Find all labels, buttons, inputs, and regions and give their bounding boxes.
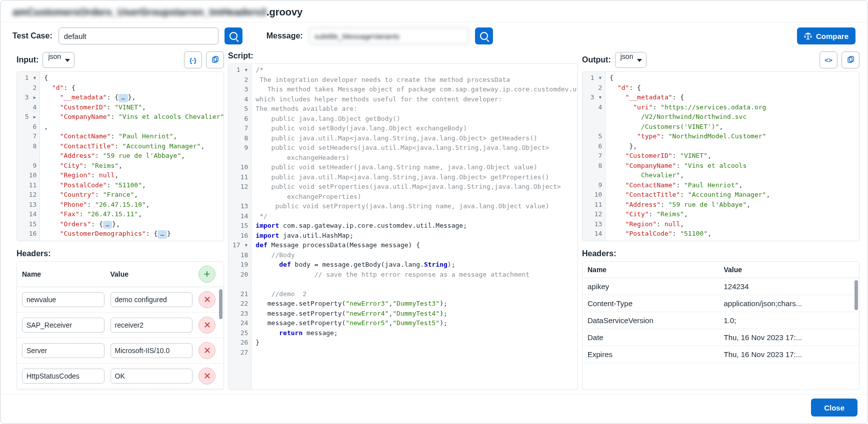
message-input[interactable] — [309, 27, 469, 44]
header-value-input[interactable] — [110, 369, 193, 384]
add-header-button[interactable]: + — [198, 266, 216, 283]
toolbar: Test Case: Message: Compare — [0, 22, 868, 49]
copy-icon — [846, 56, 854, 64]
header-value: application/json;chars... — [724, 299, 854, 308]
output-copy-button[interactable] — [842, 51, 860, 68]
header-name: Expires — [588, 350, 718, 359]
scrollbar[interactable] — [219, 289, 222, 319]
search-icon — [230, 32, 238, 40]
output-format-select[interactable]: json — [615, 52, 647, 68]
message-label: Message: — [266, 31, 303, 40]
output-label: Output: — [582, 55, 611, 64]
header-value: Thu, 16 Nov 2023 17:... — [724, 350, 854, 359]
expand-icon: <> — [824, 56, 832, 64]
output-code[interactable]: { "d": { "__metadata": { "uri": "https:/… — [606, 72, 859, 241]
table-row: ExpiresThu, 16 Nov 2023 17:... — [582, 346, 859, 363]
compare-button[interactable]: Compare — [797, 27, 856, 44]
output-column: Output: json <> 1 ▾ 2 3 ▾ 4 5 6 7 8 9 10… — [582, 49, 860, 390]
table-row: Content-Typeapplication/json;chars... — [582, 295, 859, 312]
delete-header-button[interactable]: ✕ — [198, 291, 216, 308]
columns: Input: json {·} 1 ▾ 2 3 ▸ 4 5 ▸ 6 7 8 9 … — [0, 49, 868, 394]
dialog-title: amCustomersOrders_UserGroupstarren_tmHea… — [0, 0, 868, 22]
title-suffix: .groovy — [266, 6, 302, 17]
input-editor[interactable]: 1 ▾ 2 3 ▸ 4 5 ▸ 6 7 8 9 10 11 12 13 14 1… — [16, 71, 224, 241]
output-expand-button[interactable]: <> — [820, 51, 838, 68]
output-headers-head: Name Value — [582, 262, 859, 278]
input-copy-button[interactable] — [206, 51, 224, 68]
output-header: Output: json <> — [582, 49, 860, 71]
output-headers-label: Headers: — [582, 246, 860, 261]
input-label: Input: — [16, 55, 38, 64]
dialog-footer: Close — [0, 394, 868, 424]
output-headers-name-col: Name — [588, 266, 718, 274]
script-code[interactable]: /* The integration developer needs to cr… — [252, 64, 578, 390]
input-headers-table: Name Value + ✕✕✕✕✕ — [16, 261, 224, 390]
header-value: 1.0; — [724, 316, 854, 325]
input-headers-section: Headers: Name Value + ✕✕✕✕✕ — [16, 246, 224, 390]
table-row: ✕ — [17, 364, 224, 389]
input-headers-head: Name Value + — [17, 262, 224, 287]
delete-header-button[interactable]: ✕ — [198, 342, 216, 359]
scrollbar[interactable] — [854, 280, 858, 310]
header-value: 124234 — [724, 282, 854, 291]
input-headers-label: Headers: — [16, 246, 224, 261]
script-gutter: 1 ▾ 2 3 4 5 6 7 8 9 10 11 12 13 14 15 16… — [228, 64, 252, 390]
header-name-input[interactable] — [22, 292, 104, 307]
header-value: Thu, 16 Nov 2023 17:... — [724, 333, 854, 342]
scale-icon — [804, 32, 812, 40]
delete-header-button[interactable]: ✕ — [198, 368, 216, 385]
table-row: DataServiceVersion1.0; — [582, 312, 859, 329]
output-gutter: 1 ▾ 2 3 ▾ 4 5 6 7 8 9 10 11 12 13 14 15 … — [582, 72, 606, 241]
close-button[interactable]: Close — [811, 399, 858, 417]
input-code[interactable]: { "d": { "__metadata": {…}, "CustomerID"… — [40, 72, 224, 241]
header-name-input[interactable] — [22, 318, 104, 333]
header-name: DataServiceVersion — [588, 316, 718, 325]
input-column: Input: json {·} 1 ▾ 2 3 ▸ 4 5 ▸ 6 7 8 9 … — [16, 49, 224, 390]
input-format-value: json — [48, 52, 61, 60]
output-headers-body[interactable]: apikey124234Content-Typeapplication/json… — [582, 278, 859, 390]
input-format-select[interactable]: json — [42, 52, 74, 68]
header-name-input[interactable] — [22, 369, 104, 384]
search-icon — [480, 32, 488, 40]
output-headers-value-col: Value — [724, 266, 854, 274]
input-headers-value-col: Value — [110, 270, 193, 278]
table-row: ✕ — [17, 287, 224, 313]
input-header: Input: json {·} — [16, 49, 224, 71]
input-headers-name-col: Name — [22, 270, 104, 278]
header-name: Content-Type — [588, 299, 718, 308]
script-label: Script: — [228, 51, 254, 60]
test-case-input[interactable] — [58, 27, 218, 44]
header-name: apikey — [588, 282, 718, 291]
dialog: amCustomersOrders_UserGroupstarren_tmHea… — [0, 0, 868, 424]
header-value-input[interactable] — [110, 292, 193, 307]
title-blurred: amCustomersOrders_UserGroupstarren_tmHea… — [12, 6, 266, 18]
header-name-input[interactable] — [22, 343, 104, 358]
table-row: ✕ — [17, 389, 224, 390]
table-row: ✕ — [17, 338, 224, 364]
close-label: Close — [824, 404, 844, 412]
script-editor[interactable]: 1 ▾ 2 3 4 5 6 7 8 9 10 11 12 13 14 15 16… — [228, 63, 578, 390]
output-format-value: json — [620, 52, 634, 60]
output-headers-table: Name Value apikey124234Content-Typeappli… — [582, 261, 860, 390]
table-row: ✕ — [17, 313, 224, 338]
table-row: DateThu, 16 Nov 2023 17:... — [582, 329, 859, 346]
table-row: apikey124234 — [582, 278, 859, 295]
script-column: Script: 1 ▾ 2 3 4 5 6 7 8 9 10 11 12 13 … — [228, 49, 578, 390]
header-value-input[interactable] — [110, 318, 193, 333]
header-value-input[interactable] — [110, 343, 193, 358]
input-braces-button[interactable]: {·} — [184, 51, 202, 68]
input-headers-body[interactable]: ✕✕✕✕✕ — [17, 287, 224, 390]
braces-icon: {·} — [190, 56, 196, 64]
output-headers-section: Headers: Name Value apikey124234Content-… — [582, 246, 860, 390]
header-name: Date — [588, 333, 718, 342]
compare-label: Compare — [816, 32, 848, 40]
message-search-button[interactable] — [475, 27, 493, 44]
delete-header-button[interactable]: ✕ — [198, 317, 216, 334]
copy-icon — [211, 56, 219, 64]
test-case-label: Test Case: — [12, 31, 52, 40]
script-header: Script: — [228, 49, 578, 63]
input-gutter: 1 ▾ 2 3 ▸ 4 5 ▸ 6 7 8 9 10 11 12 13 14 1… — [17, 72, 40, 241]
output-editor[interactable]: 1 ▾ 2 3 ▾ 4 5 6 7 8 9 10 11 12 13 14 15 … — [582, 71, 860, 241]
test-case-search-button[interactable] — [224, 27, 242, 44]
